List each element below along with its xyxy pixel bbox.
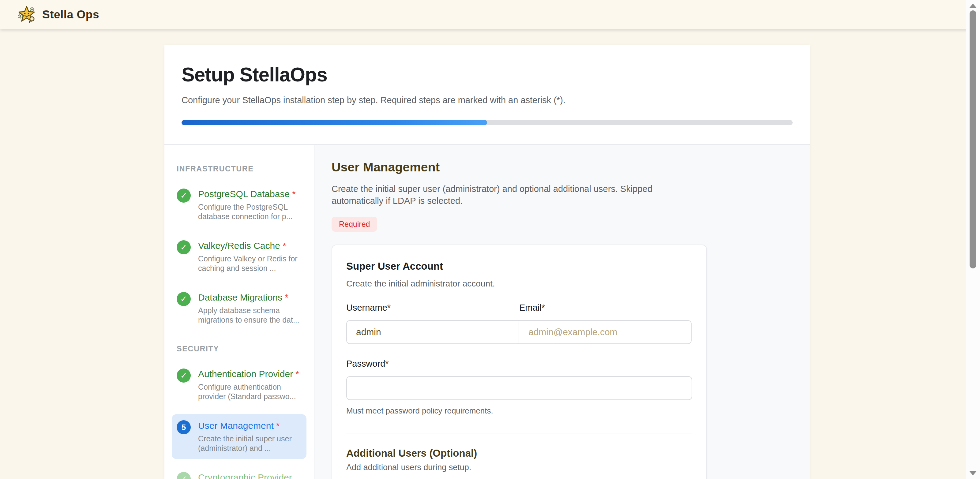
additional-users-subtitle: Add additional users during setup. (346, 463, 692, 472)
additional-users-title: Additional Users (Optional) (346, 447, 692, 459)
step-description: Create the initial super user (administr… (198, 434, 302, 453)
stella-ops-logo-icon (17, 5, 36, 24)
progress-bar (181, 120, 792, 125)
check-circle-icon (177, 472, 191, 479)
required-asterisk: * (276, 420, 280, 431)
wizard-header: Setup StellaOps Configure your StellaOps… (164, 45, 810, 145)
topbar: Stella Ops (0, 0, 980, 29)
step-title: Database Migrations* (198, 292, 288, 302)
wizard-subtitle: Configure your StellaOps installation st… (181, 95, 792, 105)
check-circle-icon (177, 292, 191, 306)
vertical-scrollbar[interactable] (966, 0, 980, 479)
step-title: Authentication Provider* (198, 369, 299, 379)
section-label-security: SECURITY (177, 344, 307, 353)
check-circle-icon (177, 240, 191, 255)
check-circle-icon (177, 189, 191, 203)
page-title: User Management (332, 160, 810, 175)
sidebar-item-user-management[interactable]: 5 User Management* Create the initial su… (172, 414, 307, 459)
card-title: Super User Account (346, 261, 692, 272)
step-description: Configure authentication provider (Stand… (198, 382, 302, 401)
steps-sidebar: INFRASTRUCTURE PostgreSQL Database* Conf… (164, 145, 314, 479)
step-number-badge: 5 (177, 420, 191, 434)
sidebar-item-cryptographic-provider[interactable]: Cryptographic Provider Select cryptograp… (172, 466, 307, 479)
super-user-account-card: Super User Account Create the initial ad… (332, 245, 707, 479)
card-subtitle: Create the initial administrator account… (346, 279, 692, 289)
section-label-infrastructure: INFRASTRUCTURE (177, 164, 307, 173)
step-title: User Management* (198, 420, 280, 431)
scrollbar-thumb[interactable] (970, 10, 976, 269)
required-asterisk: * (296, 369, 299, 379)
card-divider (346, 433, 692, 433)
sidebar-item-database-migrations[interactable]: Database Migrations* Apply database sche… (172, 286, 307, 331)
step-description: Configure the PostgreSQL database connec… (198, 202, 302, 221)
username-input[interactable] (346, 320, 519, 344)
sidebar-item-postgresql-database[interactable]: PostgreSQL Database* Configure the Postg… (172, 182, 307, 228)
required-asterisk: * (283, 240, 286, 251)
scroll-up-arrow-icon[interactable] (969, 4, 977, 8)
check-circle-icon (177, 369, 191, 383)
password-hint: Must meet password policy requirements. (346, 406, 692, 415)
password-input[interactable] (346, 376, 692, 400)
page-background: Setup StellaOps Configure your StellaOps… (0, 29, 980, 479)
progress-fill (181, 120, 487, 125)
step-description: Apply database schema migrations to ensu… (198, 306, 302, 325)
password-label: Password* (346, 359, 692, 369)
setup-wizard-panel: Setup StellaOps Configure your StellaOps… (164, 45, 810, 479)
email-label: Email* (519, 303, 692, 313)
step-content: User Management Create the initial super… (314, 145, 810, 479)
step-title: Cryptographic Provider (198, 472, 292, 479)
required-badge: Required (332, 217, 377, 232)
sidebar-item-valkey-redis-cache[interactable]: Valkey/Redis Cache* Configure Valkey or … (172, 234, 307, 279)
step-title: Valkey/Redis Cache* (198, 240, 286, 251)
brand-name: Stella Ops (42, 8, 99, 21)
scroll-down-arrow-icon[interactable] (969, 471, 977, 475)
username-label: Username* (346, 303, 519, 313)
step-title: PostgreSQL Database* (198, 189, 296, 199)
step-description: Configure Valkey or Redis for caching an… (198, 254, 302, 273)
wizard-title: Setup StellaOps (181, 64, 792, 86)
email-input[interactable] (519, 320, 692, 344)
required-asterisk: * (285, 292, 288, 302)
required-asterisk: * (292, 189, 296, 199)
sidebar-item-authentication-provider[interactable]: Authentication Provider* Configure authe… (172, 362, 307, 407)
page-description: Create the initial super user (administr… (332, 183, 668, 207)
